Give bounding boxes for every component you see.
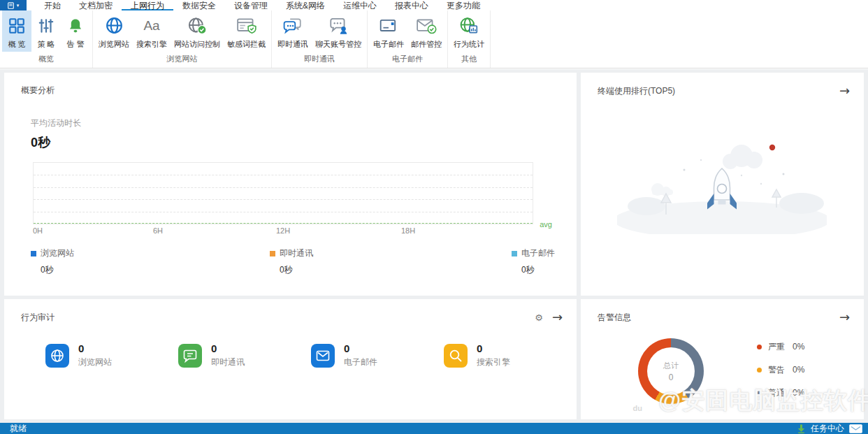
gridline bbox=[34, 199, 533, 200]
avg-line-label: avg bbox=[540, 220, 552, 229]
tab-report-center[interactable]: 报表中心 bbox=[386, 0, 437, 10]
message-window-icon[interactable] bbox=[849, 424, 862, 433]
legend-dot bbox=[757, 345, 762, 349]
ribbon-btn-label: 邮件管控 bbox=[411, 39, 442, 50]
ribbon-btn-website-access-control[interactable]: 网站访问控制 bbox=[171, 10, 224, 52]
ribbon-btn-alert[interactable]: 告 警 bbox=[61, 10, 90, 52]
ribbon-btn-behavior-stats[interactable]: 行为统计 bbox=[450, 10, 488, 52]
legend-value: 0秒 bbox=[521, 264, 555, 276]
audit-label: 搜索引擎 bbox=[477, 356, 510, 368]
ribbon: 概 览 策 略 告 警 概览 浏览网站 bbox=[0, 10, 868, 68]
ribbon-btn-policy[interactable]: 策 略 bbox=[31, 10, 61, 52]
tab-data-security[interactable]: 数据安全 bbox=[173, 0, 225, 10]
ribbon-btn-instant-messaging[interactable]: 即时通讯 bbox=[274, 10, 312, 52]
x-tick: 12H bbox=[276, 226, 290, 235]
ribbon-btn-email[interactable]: 电子邮件 bbox=[370, 10, 407, 52]
gear-icon[interactable]: ⚙ bbox=[535, 313, 543, 322]
legend-item-browse: 浏览网站 0秒 bbox=[31, 247, 74, 276]
globe-check-icon bbox=[187, 15, 207, 36]
tab-more-features[interactable]: 更多功能 bbox=[437, 0, 489, 10]
alerts-legend: 严重 0% 警告 0% 普通 0% bbox=[757, 341, 804, 410]
x-tick: 0H bbox=[33, 226, 43, 235]
activity-line-chart: avg bbox=[33, 162, 533, 224]
legend-value: 0秒 bbox=[41, 264, 74, 276]
status-bar: 就绪 任务中心 bbox=[0, 423, 868, 434]
ribbon-group-im: 即时通讯 聊天账号管控 即时通讯 bbox=[272, 10, 368, 68]
panel-title: 告警信息 bbox=[598, 312, 631, 324]
x-tick: 6H bbox=[153, 226, 163, 235]
arrow-right-icon[interactable]: → bbox=[552, 311, 563, 324]
ribbon-group-label: 其他 bbox=[450, 53, 488, 68]
empty-state-rocket-illustration bbox=[617, 129, 864, 234]
status-ready-text: 就绪 bbox=[10, 423, 27, 434]
globe-icon bbox=[45, 344, 69, 368]
tab-doc-encryption[interactable]: 文档加密 bbox=[70, 0, 122, 10]
ribbon-btn-label: 浏览网站 bbox=[99, 39, 129, 50]
tab-ops-center[interactable]: 运维中心 bbox=[334, 0, 386, 10]
legend-value: 0% bbox=[793, 388, 804, 398]
legend-value: 0% bbox=[793, 342, 804, 352]
x-axis-ticks: 0H 6H 12H 18H bbox=[33, 224, 533, 236]
font-Aa-icon: Aa bbox=[143, 15, 159, 36]
tab-device-management[interactable]: 设备管理 bbox=[225, 0, 277, 10]
summary-analysis-panel: 概要分析 平均活动时长 0秒 avg 0H 6H 12H 18H 浏览网站 0秒 bbox=[4, 73, 577, 296]
ribbon-btn-overview[interactable]: 概 览 bbox=[2, 10, 31, 52]
ribbon-btn-sensitive-word-block[interactable]: 敏感词拦截 bbox=[224, 10, 269, 52]
total-label: 总计 bbox=[663, 361, 679, 371]
ribbon-group-label: 电子邮件 bbox=[370, 53, 445, 68]
alert-legend-warning: 警告 0% bbox=[757, 364, 804, 375]
donut-center-total: 总计 0 bbox=[638, 338, 704, 404]
tab-system-network[interactable]: 系统&网络 bbox=[277, 0, 334, 10]
legend-dot bbox=[757, 368, 762, 372]
ribbon-btn-label: 网站访问控制 bbox=[174, 39, 220, 50]
legend-label: 警告 bbox=[768, 364, 785, 376]
avg-reference-line bbox=[34, 223, 533, 224]
ribbon-btn-label: 聊天账号管控 bbox=[315, 39, 361, 50]
task-center-button[interactable]: 任务中心 bbox=[811, 423, 844, 434]
ribbon-group-browse-web: 浏览网站 Aa 搜索引擎 网站访问控制 敏感词拦截 浏览网站 bbox=[93, 10, 272, 68]
chat-icon bbox=[178, 344, 202, 368]
chat-bubbles-icon bbox=[283, 15, 303, 36]
audit-label: 浏览网站 bbox=[78, 356, 112, 368]
ribbon-btn-search-engine[interactable]: Aa 搜索引擎 bbox=[133, 10, 171, 52]
arrow-right-icon[interactable]: → bbox=[839, 311, 850, 324]
tab-internet-behavior[interactable]: 上网行为 bbox=[122, 0, 173, 10]
search-icon bbox=[444, 344, 468, 368]
ribbon-btn-browse-website[interactable]: 浏览网站 bbox=[95, 10, 133, 52]
ribbon-group-label: 概览 bbox=[2, 53, 90, 68]
globe-icon bbox=[105, 15, 124, 36]
ribbon-btn-label: 策 略 bbox=[37, 39, 55, 50]
alerts-donut-chart: 总计 0 bbox=[638, 338, 704, 404]
tab-start[interactable]: 开始 bbox=[35, 0, 70, 10]
grid-overview-icon bbox=[8, 15, 26, 36]
ribbon-tab-bar: ▾ 开始 文档加密 上网行为 数据安全 设备管理 系统&网络 运维中心 报表中心… bbox=[0, 0, 868, 10]
panel-title: 终端使用排行(TOP5) bbox=[598, 85, 675, 97]
chat-account-icon bbox=[328, 15, 349, 36]
window-icon bbox=[8, 2, 15, 9]
legend-label: 普通 bbox=[768, 387, 785, 399]
gridline bbox=[34, 175, 533, 175]
gridline bbox=[34, 187, 533, 188]
chevron-down-icon: ▾ bbox=[17, 3, 20, 8]
ribbon-group-label: 即时通讯 bbox=[274, 53, 365, 68]
legend-label: 即时通讯 bbox=[280, 247, 313, 259]
audit-label: 电子邮件 bbox=[344, 356, 377, 368]
ribbon-btn-label: 行为统计 bbox=[454, 39, 484, 50]
ribbon-btn-mail-control[interactable]: 邮件管控 bbox=[407, 10, 445, 52]
sliders-icon bbox=[37, 15, 55, 36]
ribbon-group-overview: 概 览 策 略 告 警 概览 bbox=[0, 10, 93, 68]
legend-label: 严重 bbox=[768, 341, 785, 353]
total-value: 0 bbox=[669, 372, 674, 382]
ribbon-btn-chat-account-control[interactable]: 聊天账号管控 bbox=[312, 10, 365, 52]
bell-icon bbox=[67, 15, 84, 36]
legend-value: 0秒 bbox=[280, 264, 313, 276]
browser-shield-icon bbox=[236, 15, 257, 36]
ribbon-btn-label: 告 警 bbox=[66, 39, 84, 50]
dashboard-content: 概要分析 平均活动时长 0秒 avg 0H 6H 12H 18H 浏览网站 0秒 bbox=[0, 69, 868, 423]
arrow-right-icon[interactable]: → bbox=[839, 85, 850, 97]
legend-dot bbox=[757, 391, 762, 396]
audit-item-browse: 0 浏览网站 bbox=[45, 342, 178, 368]
legend-value: 0% bbox=[793, 365, 804, 375]
app-menu-button[interactable]: ▾ bbox=[0, 0, 27, 10]
ribbon-btn-label: 概 览 bbox=[8, 39, 25, 50]
